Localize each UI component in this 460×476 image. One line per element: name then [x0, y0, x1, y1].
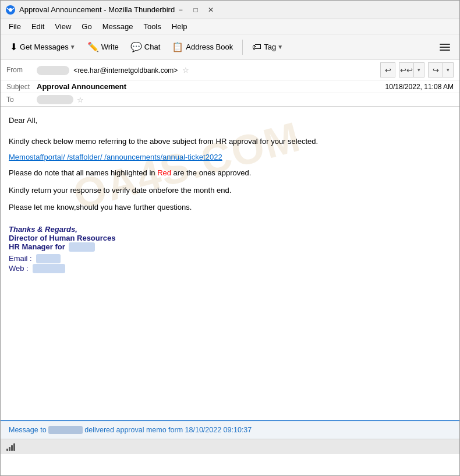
to-value [37, 95, 73, 104]
para2-after: are the ones approved. [171, 168, 251, 177]
write-button[interactable]: ✏️ Write [83, 39, 123, 55]
signal-bar-4 [13, 443, 15, 451]
from-row: From <ree.har@internetgoldbank.com> ☆ ↩ … [1, 60, 459, 80]
hamburger-line-3 [440, 50, 450, 51]
sig-web-label: Web : [9, 264, 29, 273]
get-messages-label: Get Messages [20, 43, 69, 51]
minimize-button[interactable]: − [175, 4, 186, 16]
from-value: <ree.har@internetgoldbank.com> ☆ [37, 66, 378, 75]
to-row: To ☆ [1, 93, 459, 106]
reply-button[interactable]: ↩ [380, 62, 395, 77]
title-bar: Approval Announcement - Mozilla Thunderb… [1, 1, 459, 19]
subject-row: Subject Approval Announcement 10/18/2022… [1, 80, 459, 93]
para2-before: Please do note that all names highlighte… [9, 168, 157, 177]
para1: Kindly check below memo referring to the… [9, 136, 451, 147]
reply-all-button[interactable]: ↩↩ [399, 62, 414, 77]
get-messages-icon: ⬇ [10, 41, 17, 52]
para4: Please let me know,should you have furth… [9, 202, 451, 213]
forward-group: ↪ ▾ [428, 62, 454, 77]
to-star-icon[interactable]: ☆ [77, 96, 84, 104]
signal-icon [6, 443, 15, 451]
tag-icon: 🏷 [252, 42, 261, 52]
greeting: Dear All, [9, 115, 451, 126]
chat-label: Chat [144, 43, 160, 51]
forward-dropdown[interactable]: ▾ [443, 62, 454, 77]
sig-web-row: Web : [9, 264, 451, 273]
chat-button[interactable]: 💬 Chat [126, 39, 165, 55]
menu-bar: File Edit View Go Message Tools Help [1, 19, 459, 34]
signal-bar-3 [11, 445, 13, 451]
menu-view[interactable]: View [50, 21, 76, 32]
address-book-label: Address Book [186, 43, 233, 51]
email-footer: Message to delivered approval memo form … [1, 420, 459, 439]
toolbar: ⬇ Get Messages ▼ ✏️ Write 💬 Chat 📋 Addre… [1, 34, 459, 60]
sig-web-value [33, 264, 65, 273]
menu-tools[interactable]: Tools [139, 21, 165, 32]
email-actions: ↩ ↩↩ ▾ ↪ ▾ [378, 62, 454, 77]
sig-email-row: Email : [9, 254, 451, 263]
signature: Thanks & Regards, Director of Human Reso… [9, 225, 451, 273]
menu-file[interactable]: File [4, 21, 26, 32]
menu-message[interactable]: Message [98, 21, 138, 32]
footer-recipient [48, 426, 83, 434]
email-header: From <ree.har@internetgoldbank.com> ☆ ↩ … [1, 60, 459, 107]
menu-edit[interactable]: Edit [27, 21, 49, 32]
app-icon [5, 5, 16, 15]
memo-link[interactable]: Memostaffportal/ /staffolder/ /announcem… [9, 153, 222, 161]
email-body: OA4S.COM Dear All, Kindly check below me… [1, 107, 459, 420]
footer-text-before: Message to [9, 426, 47, 434]
window-controls: − □ ✕ [175, 4, 217, 16]
hamburger-line-1 [440, 44, 450, 45]
reply-all-group: ↩↩ ▾ [399, 62, 424, 77]
address-book-button[interactable]: 📋 Address Book [167, 39, 238, 55]
sig-email-label: Email : [9, 254, 32, 263]
subject-value: Approval Announcement [37, 82, 385, 91]
reply-group: ↩ [380, 62, 395, 77]
footer-text-middle: delivered approval memo form 18/10/2022 … [84, 426, 252, 434]
sender-email: <ree.har@internetgoldbank.com> [73, 66, 178, 75]
sig-hr-manager-row: HR Manager for [9, 242, 451, 252]
to-label: To [6, 96, 37, 104]
signal-bar-1 [6, 449, 8, 451]
window-title: Approval Announcement - Mozilla Thunderb… [19, 5, 175, 14]
tag-dropdown-icon[interactable]: ▼ [277, 44, 283, 50]
write-icon: ✏️ [87, 41, 99, 52]
footer-text: Message to delivered approval memo form … [9, 426, 451, 434]
close-button[interactable]: ✕ [205, 4, 217, 16]
menu-help[interactable]: Help [167, 21, 192, 32]
status-bar [1, 439, 459, 454]
para3: Kindly return your response to verify da… [9, 185, 451, 196]
toolbar-separator-1 [242, 40, 243, 55]
para2: Please do note that all names highlighte… [9, 167, 451, 179]
email-timestamp: 10/18/2022, 11:08 AM [385, 83, 454, 91]
tag-button[interactable]: 🏷 Tag ▼ [247, 40, 288, 55]
sig-email-value [36, 254, 61, 263]
svg-point-1 [9, 8, 12, 12]
sender-name-badge [37, 66, 69, 75]
chat-icon: 💬 [130, 41, 142, 52]
forward-button[interactable]: ↪ [428, 62, 443, 77]
tag-label: Tag [264, 43, 276, 51]
get-messages-button[interactable]: ⬇ Get Messages ▼ [5, 39, 80, 55]
red-highlight: Red [157, 168, 171, 177]
reply-all-dropdown[interactable]: ▾ [414, 62, 424, 77]
sig-company-name [69, 242, 95, 252]
menu-go[interactable]: Go [77, 21, 96, 32]
hamburger-menu-button[interactable] [435, 40, 455, 54]
sig-thanks: Thanks & Regards, [9, 225, 451, 234]
star-icon[interactable]: ☆ [182, 66, 189, 75]
subject-label: Subject [6, 83, 37, 91]
maximize-button[interactable]: □ [190, 4, 201, 16]
get-messages-dropdown-icon[interactable]: ▼ [70, 44, 76, 50]
from-label: From [6, 66, 37, 74]
write-label: Write [101, 43, 119, 51]
address-book-icon: 📋 [172, 41, 183, 52]
sig-director: Director of Human Resources [9, 234, 451, 242]
sig-hr-manager: HR Manager for [9, 242, 65, 251]
signal-bar-2 [9, 447, 10, 451]
hamburger-line-2 [440, 47, 450, 48]
